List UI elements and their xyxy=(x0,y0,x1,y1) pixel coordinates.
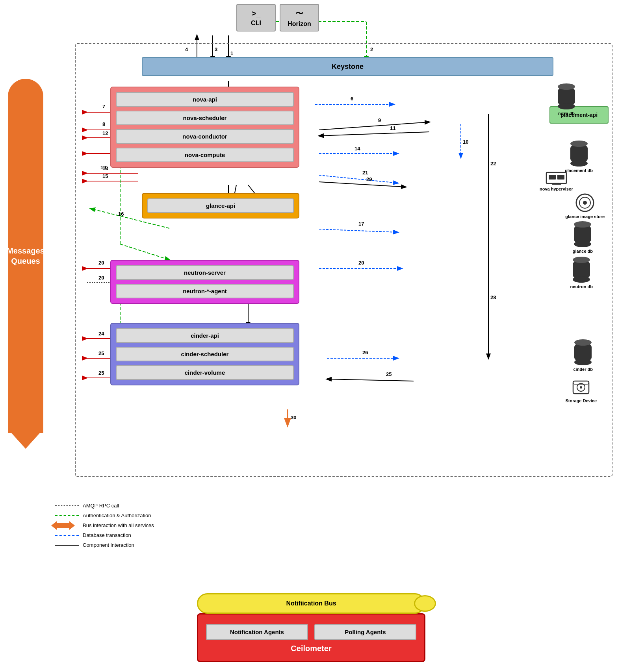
horizon-icon: 〜 xyxy=(295,8,303,19)
svg-point-87 xyxy=(580,386,582,389)
svg-rect-81 xyxy=(549,175,556,180)
nova-db-label: nova db xyxy=(558,111,575,116)
legend-auth-line xyxy=(55,515,79,516)
main-container: Messages Queues xyxy=(0,0,644,670)
nova-hypervisor-icon xyxy=(540,169,573,187)
glance-api-label: glance-api xyxy=(206,202,235,209)
nova-db-cylinder xyxy=(558,87,575,106)
storage-device-icon xyxy=(566,378,597,398)
cinder-api-box: cinder-api xyxy=(116,328,294,343)
notification-agents-box: Notification Agents xyxy=(206,624,308,640)
cli-box: >_ CLI xyxy=(236,4,276,31)
neutron-server-box: neutron-server xyxy=(116,265,294,280)
cinder-scheduler-label: cinder-scheduler xyxy=(181,351,229,357)
nova-db-icon: nova db xyxy=(558,87,575,116)
neutron-agent-label: neutron-*-agent xyxy=(183,288,227,294)
legend-bus: Bus interaction with all services xyxy=(55,522,173,528)
legend-amqp-label: AMQP RPC call xyxy=(83,503,119,509)
nova-compute-box: nova-compute xyxy=(116,148,294,162)
top-tools: >_ CLI 〜 Horizon xyxy=(236,4,319,31)
messages-queues-label: Messages Queues xyxy=(7,246,45,266)
nova-hypervisor-label: nova hypervisor xyxy=(540,187,573,191)
ceilometer-agents: Notification Agents Polling Agents xyxy=(206,624,416,640)
nova-scheduler-label: nova-scheduler xyxy=(183,115,227,121)
legend-amqp: AMQP RPC call xyxy=(55,503,173,509)
svg-rect-82 xyxy=(557,175,564,180)
legend-bus-label: Bus interaction with all services xyxy=(83,522,154,528)
glance-image-store-icon xyxy=(565,193,605,214)
neutron-db-area: neutron db xyxy=(570,260,593,289)
cinder-region: cinder-api cinder-scheduler cinder-volum… xyxy=(110,323,299,385)
glance-region: glance-api xyxy=(142,193,299,218)
cinder-volume-box: cinder-volume xyxy=(116,365,294,380)
cinder-volume-label: cinder-volume xyxy=(185,369,225,376)
nova-api-box: nova-api xyxy=(116,92,294,107)
nova-region: nova-api nova-scheduler nova-conductor n… xyxy=(110,87,299,168)
glance-api-box: glance-api xyxy=(147,198,294,213)
legend-component: Component interaction xyxy=(55,542,173,548)
ceilometer-body: Notification Agents Polling Agents Ceilo… xyxy=(197,613,425,662)
legend-auth-label: Authentication & Authorization xyxy=(83,513,151,518)
neutron-server-label: neutron-server xyxy=(184,269,226,276)
polling-agents-label: Polling Agents xyxy=(345,629,386,635)
nova-compute-label: nova-compute xyxy=(185,152,225,158)
diagram-area: 1 2 3 4 5 6 7 8 9 xyxy=(51,0,644,670)
glance-image-store-area: glance image store xyxy=(565,193,605,219)
placement-db-area: placement db xyxy=(565,144,593,173)
legend: AMQP RPC call Authentication & Authoriza… xyxy=(55,503,173,552)
storage-device-area: Storage Device xyxy=(566,378,597,403)
legend-component-line xyxy=(55,545,79,546)
notification-agents-label: Notification Agents xyxy=(230,629,284,635)
neutron-db-label: neutron db xyxy=(570,284,593,289)
glance-db-cylinder xyxy=(574,224,591,244)
nova-db-area: nova db xyxy=(558,87,575,116)
cinder-db-area: cinder db xyxy=(573,342,593,372)
neutron-region: neutron-server neutron-*-agent xyxy=(110,260,299,304)
nova-scheduler-box: nova-scheduler xyxy=(116,111,294,125)
storage-device-label: Storage Device xyxy=(566,398,597,403)
horizon-box: 〜 Horizon xyxy=(280,4,319,31)
legend-db: Database transaction xyxy=(55,532,173,538)
cinder-scheduler-box: cinder-scheduler xyxy=(116,347,294,361)
ceilometer-label: Ceilometer xyxy=(206,644,416,653)
polling-agents-box: Polling Agents xyxy=(314,624,416,640)
cinder-api-label: cinder-api xyxy=(191,332,219,339)
cinder-db-label: cinder db xyxy=(573,367,593,372)
ceilometer-text: Ceilometer xyxy=(291,644,331,653)
legend-bus-arrow xyxy=(55,523,79,528)
cinder-db-cylinder xyxy=(574,342,592,362)
glance-image-store-label: glance image store xyxy=(565,214,605,219)
notification-bus: Notifiication Bus xyxy=(197,593,425,614)
neutron-db-cylinder xyxy=(573,260,590,279)
messages-queues: Messages Queues xyxy=(0,63,51,449)
keystone-box: Keystone xyxy=(142,57,553,76)
neutron-agent-box: neutron-*-agent xyxy=(116,284,294,298)
svg-point-79 xyxy=(583,201,587,205)
notification-bus-label: Notifiication Bus xyxy=(286,600,336,607)
legend-amqp-line xyxy=(55,505,79,506)
legend-db-label: Database transaction xyxy=(83,532,131,538)
glance-db-area: glance db xyxy=(573,224,593,254)
legend-bus-body xyxy=(55,523,71,528)
nova-conductor-box: nova-conductor xyxy=(116,129,294,144)
nova-hypervisor-area: nova hypervisor xyxy=(540,169,573,191)
legend-db-line xyxy=(55,535,79,536)
ceilometer-section: Notifiication Bus Notification Agents Po… xyxy=(197,593,425,662)
legend-component-label: Component interaction xyxy=(83,542,134,548)
cinder-db-icon: cinder db xyxy=(573,342,593,372)
neutron-db-icon: neutron db xyxy=(570,260,593,289)
horizon-label: Horizon xyxy=(288,20,311,28)
placement-db-cylinder xyxy=(570,144,588,163)
placement-db-icon: placement db xyxy=(565,144,593,173)
cli-label: CLI xyxy=(251,20,261,27)
nova-conductor-label: nova-conductor xyxy=(182,133,227,140)
glance-db-label: glance db xyxy=(573,249,593,254)
messages-queues-arrow: Messages Queues xyxy=(8,79,43,433)
keystone-label: Keystone xyxy=(332,63,364,71)
nova-api-label: nova-api xyxy=(193,96,217,103)
glance-db-icon: glance db xyxy=(573,224,593,254)
cli-icon: >_ xyxy=(252,9,261,18)
legend-auth: Authentication & Authorization xyxy=(55,513,173,518)
